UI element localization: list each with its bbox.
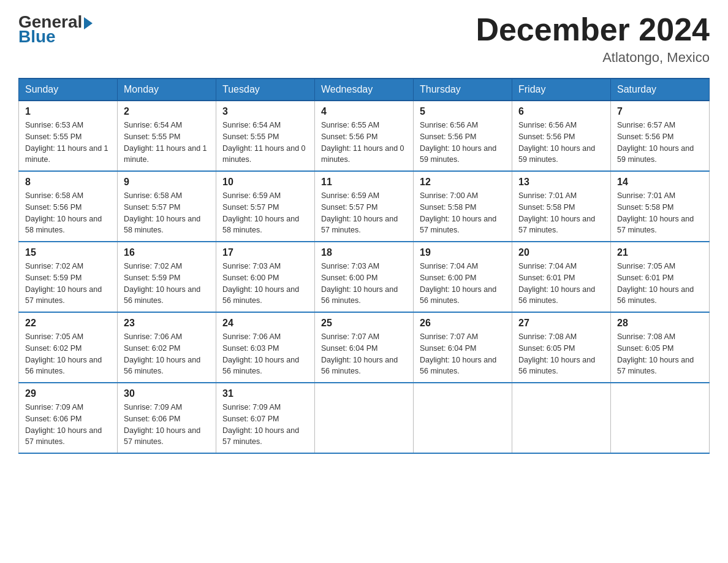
calendar-cell: 26 Sunrise: 7:07 AMSunset: 6:04 PMDaylig… (414, 312, 512, 383)
day-number: 5 (420, 106, 506, 117)
calendar-cell: 18 Sunrise: 7:03 AMSunset: 6:00 PMDaylig… (315, 242, 414, 312)
week-row-4: 22 Sunrise: 7:05 AMSunset: 6:02 PMDaylig… (19, 312, 710, 383)
calendar-cell: 19 Sunrise: 7:04 AMSunset: 6:00 PMDaylig… (414, 242, 512, 312)
day-info: Sunrise: 6:56 AMSunset: 5:56 PMDaylight:… (518, 120, 604, 166)
col-saturday: Saturday (611, 79, 710, 101)
day-number: 2 (124, 106, 210, 117)
calendar-cell: 6 Sunrise: 6:56 AMSunset: 5:56 PMDayligh… (512, 101, 611, 171)
day-info: Sunrise: 7:01 AMSunset: 5:58 PMDaylight:… (617, 190, 703, 236)
day-number: 17 (222, 247, 308, 258)
day-info: Sunrise: 7:03 AMSunset: 6:00 PMDaylight:… (321, 261, 407, 307)
calendar-cell: 1 Sunrise: 6:53 AMSunset: 5:55 PMDayligh… (19, 101, 118, 171)
day-info: Sunrise: 6:59 AMSunset: 5:57 PMDaylight:… (321, 190, 407, 236)
calendar-cell (512, 383, 611, 453)
day-number: 29 (25, 388, 111, 399)
day-number: 19 (420, 247, 506, 258)
calendar-cell: 23 Sunrise: 7:06 AMSunset: 6:02 PMDaylig… (118, 312, 216, 383)
col-friday: Friday (512, 79, 611, 101)
week-row-1: 1 Sunrise: 6:53 AMSunset: 5:55 PMDayligh… (19, 101, 710, 171)
col-tuesday: Tuesday (216, 79, 315, 101)
day-info: Sunrise: 6:56 AMSunset: 5:56 PMDaylight:… (420, 120, 506, 166)
day-info: Sunrise: 6:58 AMSunset: 5:57 PMDaylight:… (124, 190, 210, 236)
calendar-cell (315, 383, 414, 453)
day-info: Sunrise: 7:04 AMSunset: 6:00 PMDaylight:… (420, 261, 506, 307)
day-info: Sunrise: 7:00 AMSunset: 5:58 PMDaylight:… (420, 190, 506, 236)
calendar-cell: 11 Sunrise: 6:59 AMSunset: 5:57 PMDaylig… (315, 171, 414, 242)
calendar-cell: 24 Sunrise: 7:06 AMSunset: 6:03 PMDaylig… (216, 312, 315, 383)
day-info: Sunrise: 7:09 AMSunset: 6:06 PMDaylight:… (124, 402, 210, 448)
day-number: 6 (518, 106, 604, 117)
calendar-cell: 16 Sunrise: 7:02 AMSunset: 5:59 PMDaylig… (118, 242, 216, 312)
calendar-cell: 12 Sunrise: 7:00 AMSunset: 5:58 PMDaylig… (414, 171, 512, 242)
day-info: Sunrise: 7:06 AMSunset: 6:02 PMDaylight:… (124, 331, 210, 377)
calendar-cell: 8 Sunrise: 6:58 AMSunset: 5:56 PMDayligh… (19, 171, 118, 242)
day-number: 24 (222, 318, 308, 329)
day-info: Sunrise: 7:06 AMSunset: 6:03 PMDaylight:… (222, 331, 308, 377)
day-info: Sunrise: 6:57 AMSunset: 5:56 PMDaylight:… (617, 120, 703, 166)
calendar-cell: 30 Sunrise: 7:09 AMSunset: 6:06 PMDaylig… (118, 383, 216, 453)
calendar-cell: 13 Sunrise: 7:01 AMSunset: 5:58 PMDaylig… (512, 171, 611, 242)
col-monday: Monday (118, 79, 216, 101)
page-header: General Blue December 2024 Atlatongo, Me… (18, 12, 710, 66)
calendar-cell: 20 Sunrise: 7:04 AMSunset: 6:01 PMDaylig… (512, 242, 611, 312)
day-number: 12 (420, 177, 506, 188)
calendar-cell: 15 Sunrise: 7:02 AMSunset: 5:59 PMDaylig… (19, 242, 118, 312)
day-info: Sunrise: 7:01 AMSunset: 5:58 PMDaylight:… (518, 190, 604, 236)
day-info: Sunrise: 7:09 AMSunset: 6:06 PMDaylight:… (25, 402, 111, 448)
day-number: 18 (321, 247, 407, 258)
day-number: 4 (321, 106, 407, 117)
day-number: 11 (321, 177, 407, 188)
day-info: Sunrise: 7:02 AMSunset: 5:59 PMDaylight:… (25, 261, 111, 307)
col-thursday: Thursday (414, 79, 512, 101)
day-number: 31 (222, 388, 308, 399)
day-number: 16 (124, 247, 210, 258)
day-info: Sunrise: 7:05 AMSunset: 6:01 PMDaylight:… (617, 261, 703, 307)
day-info: Sunrise: 6:53 AMSunset: 5:55 PMDaylight:… (25, 120, 111, 166)
week-row-3: 15 Sunrise: 7:02 AMSunset: 5:59 PMDaylig… (19, 242, 710, 312)
calendar-cell: 25 Sunrise: 7:07 AMSunset: 6:04 PMDaylig… (315, 312, 414, 383)
calendar-cell: 22 Sunrise: 7:05 AMSunset: 6:02 PMDaylig… (19, 312, 118, 383)
col-wednesday: Wednesday (315, 79, 414, 101)
day-number: 14 (617, 177, 703, 188)
logo: General Blue (18, 12, 93, 47)
day-number: 7 (617, 106, 703, 117)
day-number: 28 (617, 318, 703, 329)
day-info: Sunrise: 6:54 AMSunset: 5:55 PMDaylight:… (124, 120, 210, 166)
calendar-cell: 5 Sunrise: 6:56 AMSunset: 5:56 PMDayligh… (414, 101, 512, 171)
day-info: Sunrise: 7:03 AMSunset: 6:00 PMDaylight:… (222, 261, 308, 307)
day-info: Sunrise: 7:04 AMSunset: 6:01 PMDaylight:… (518, 261, 604, 307)
day-number: 20 (518, 247, 604, 258)
calendar-cell: 9 Sunrise: 6:58 AMSunset: 5:57 PMDayligh… (118, 171, 216, 242)
calendar-cell: 17 Sunrise: 7:03 AMSunset: 6:00 PMDaylig… (216, 242, 315, 312)
logo-arrow-icon (84, 17, 93, 29)
col-sunday: Sunday (19, 79, 118, 101)
calendar-cell: 2 Sunrise: 6:54 AMSunset: 5:55 PMDayligh… (118, 101, 216, 171)
week-row-2: 8 Sunrise: 6:58 AMSunset: 5:56 PMDayligh… (19, 171, 710, 242)
day-number: 9 (124, 177, 210, 188)
day-number: 13 (518, 177, 604, 188)
calendar-cell (414, 383, 512, 453)
day-number: 26 (420, 318, 506, 329)
day-info: Sunrise: 6:54 AMSunset: 5:55 PMDaylight:… (222, 120, 308, 166)
day-info: Sunrise: 6:55 AMSunset: 5:56 PMDaylight:… (321, 120, 407, 166)
calendar-cell: 27 Sunrise: 7:08 AMSunset: 6:05 PMDaylig… (512, 312, 611, 383)
calendar-cell: 3 Sunrise: 6:54 AMSunset: 5:55 PMDayligh… (216, 101, 315, 171)
day-info: Sunrise: 7:07 AMSunset: 6:04 PMDaylight:… (420, 331, 506, 377)
day-number: 15 (25, 247, 111, 258)
title-section: December 2024 Atlatongo, Mexico (476, 12, 710, 66)
day-number: 21 (617, 247, 703, 258)
day-number: 27 (518, 318, 604, 329)
day-info: Sunrise: 7:07 AMSunset: 6:04 PMDaylight:… (321, 331, 407, 377)
day-number: 23 (124, 318, 210, 329)
day-info: Sunrise: 7:02 AMSunset: 5:59 PMDaylight:… (124, 261, 210, 307)
day-number: 3 (222, 106, 308, 117)
day-info: Sunrise: 7:05 AMSunset: 6:02 PMDaylight:… (25, 331, 111, 377)
calendar-cell: 4 Sunrise: 6:55 AMSunset: 5:56 PMDayligh… (315, 101, 414, 171)
day-info: Sunrise: 7:08 AMSunset: 6:05 PMDaylight:… (518, 331, 604, 377)
week-row-5: 29 Sunrise: 7:09 AMSunset: 6:06 PMDaylig… (19, 383, 710, 453)
month-title: December 2024 (476, 12, 710, 47)
day-number: 22 (25, 318, 111, 329)
day-number: 1 (25, 106, 111, 117)
calendar-cell: 29 Sunrise: 7:09 AMSunset: 6:06 PMDaylig… (19, 383, 118, 453)
day-info: Sunrise: 6:58 AMSunset: 5:56 PMDaylight:… (25, 190, 111, 236)
